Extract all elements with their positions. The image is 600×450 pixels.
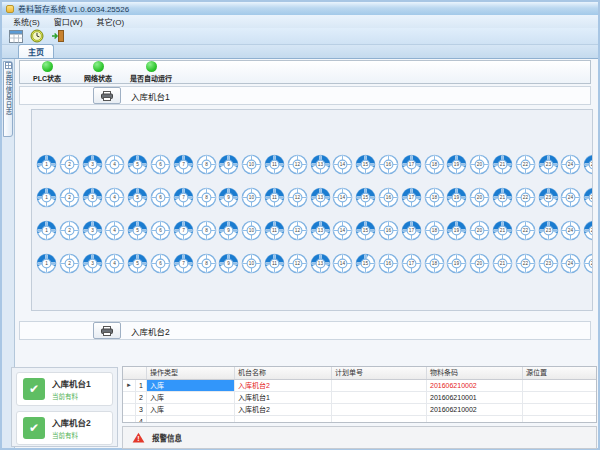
table-cell[interactable] [523,416,596,423]
svg-text:3: 3 [91,162,94,167]
menu-item[interactable]: 其它(O) [90,16,132,27]
print-button-machine2[interactable] [93,322,121,339]
slot-occupied: 11 [264,187,285,208]
menu-item[interactable]: 窗口(W) [47,16,90,27]
table-view-button[interactable] [5,29,26,44]
slot-empty: 6 [150,220,171,241]
table-cell[interactable]: 入库机台2 [235,380,332,391]
slot-occupied: 15 [355,154,376,175]
slot-occupied: 19 [446,187,467,208]
print-button-machine1[interactable] [93,87,121,104]
station-card[interactable]: ✔ 入库机台1 当前有料 [16,372,113,406]
table-cell[interactable] [332,404,427,415]
machine2-header: 入库机台2 [19,321,591,340]
slot-empty: 22 [515,187,536,208]
slot-empty: 4 [104,154,125,175]
table-cell[interactable] [235,416,332,423]
status-panel: PLC状态 网络状态 是否自动运行 [19,60,591,84]
table-cell[interactable]: 201606210002 [427,404,523,415]
slot-occupied: 7 [173,220,194,241]
slot-empty: 20 [469,220,490,241]
svg-text:9: 9 [228,261,231,266]
svg-text:5: 5 [136,228,139,233]
svg-text:9: 9 [228,228,231,233]
slot-empty: 12 [287,187,308,208]
table-cell[interactable]: 入库 [147,380,235,391]
tab-home[interactable]: 主页 [18,44,54,58]
table-row[interactable]: 2入库入库机台1201606210001 [123,392,596,404]
app-body: 监控信息日志 PLC状态 网络状态 是否自动运行 [2,59,598,448]
slot-empty: 24 [560,220,581,241]
column-header[interactable]: 源位置 [523,367,596,379]
svg-text:5: 5 [136,261,139,266]
slot-empty: 16 [378,253,399,274]
svg-text:22: 22 [523,195,529,200]
table-cell[interactable]: 入库 [147,392,235,403]
svg-text:7: 7 [182,228,185,233]
column-header[interactable]: 计划单号 [332,367,427,379]
exit-door-icon [51,29,65,43]
svg-text:13: 13 [317,228,323,233]
svg-text:8: 8 [205,162,208,167]
svg-text:13: 13 [317,162,323,167]
table-cell[interactable] [523,392,596,403]
table-row[interactable]: 3入库入库机台2201606210002 [123,404,596,416]
station-cards-panel: ✔ 入库机台1 当前有料 ✔ 入库机台2 当前有料 [11,367,118,447]
svg-text:15: 15 [363,195,369,200]
status-indicator: 网络状态 [79,61,117,83]
svg-text:13: 13 [317,195,323,200]
svg-text:16: 16 [386,195,392,200]
svg-text:19: 19 [454,162,460,167]
check-icon: ✔ [23,417,45,439]
svg-text:11: 11 [272,195,277,200]
slot-empty: 16 [378,187,399,208]
slot-occupied: 1 [36,154,57,175]
table-cell[interactable]: 入库机台2 [235,404,332,415]
slot-occupied: 7 [173,187,194,208]
table-cell[interactable] [427,416,523,423]
printer-icon [101,91,113,101]
column-header[interactable]: 机台名称 [235,367,332,379]
clock-button[interactable] [26,29,47,44]
svg-text:21: 21 [500,162,506,167]
table-cell[interactable]: 201606210001 [427,392,523,403]
table-cell[interactable] [332,380,427,391]
table-row[interactable]: 4 [123,416,596,423]
slot-empty: 18 [424,154,445,175]
side-tab-log[interactable]: 监控信息日志 [3,61,13,137]
svg-text:8: 8 [205,195,208,200]
app-icon [6,5,14,13]
column-header[interactable]: 操作类型 [147,367,235,379]
table-cell[interactable]: 201606210002 [427,380,523,391]
table-cell[interactable]: 入库机台1 [235,392,332,403]
table-cell[interactable] [332,392,427,403]
row-marker-icon: ► [123,380,136,391]
station-card[interactable]: ✔ 入库机台2 当前有料 [16,411,113,445]
table-cell[interactable] [332,416,427,423]
toolbar [2,28,598,45]
clock-icon [30,29,44,43]
slot-empty: 10 [241,154,262,175]
machine1-title: 入库机台1 [131,90,170,102]
table-row[interactable]: ► 1入库入库机台2201606210002 [123,380,596,392]
table-cell[interactable]: 入库 [147,404,235,415]
titlebar: 卷料暂存系统 V1.0.6034.25526 [2,2,598,15]
table-cell[interactable] [523,380,596,391]
table-cell[interactable] [147,416,235,423]
table-cell[interactable] [523,404,596,415]
slot-occupied: 25 [583,187,593,208]
slot-occupied: 3 [82,220,103,241]
slot-empty: 20 [469,253,490,274]
svg-text:15: 15 [363,261,369,266]
column-header[interactable]: 物料条码 [427,367,523,379]
svg-text:12: 12 [295,261,301,266]
menu-item[interactable]: 系统(S) [6,16,47,27]
alert-label: 报警信息 [152,432,182,443]
svg-text:3: 3 [91,261,94,266]
svg-text:22: 22 [523,162,529,167]
exit-button[interactable] [47,29,68,44]
slot-occupied: 13 [310,253,331,274]
slot-occupied: 13 [310,187,331,208]
slot-empty: 14 [332,154,353,175]
svg-text:7: 7 [182,261,185,266]
